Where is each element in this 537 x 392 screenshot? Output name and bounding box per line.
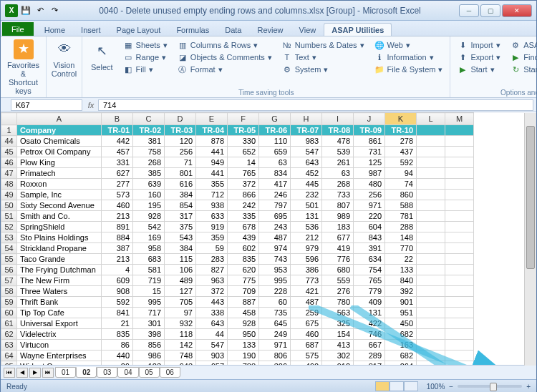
cell[interactable] — [445, 297, 474, 308]
cell[interactable]: 928 — [133, 211, 165, 222]
cell[interactable]: Virtucon — [17, 340, 102, 351]
cell[interactable]: 951 — [385, 308, 417, 318]
row-header[interactable]: 45 — [1, 147, 17, 157]
row-header[interactable]: 58 — [1, 286, 17, 297]
cell[interactable]: 995 — [133, 297, 165, 308]
cell[interactable]: 381 — [133, 136, 165, 147]
cell[interactable]: 437 — [385, 147, 417, 157]
row-header[interactable]: 1 — [1, 125, 17, 136]
cell[interactable] — [445, 340, 474, 351]
cell[interactable]: 645 — [259, 318, 291, 329]
row-header[interactable]: 48 — [1, 179, 17, 190]
cell[interactable]: 398 — [133, 329, 165, 340]
cell[interactable]: 928 — [228, 318, 259, 329]
cell[interactable]: 588 — [385, 200, 417, 211]
select-button[interactable]: ↖ Select — [87, 38, 117, 75]
cell[interactable]: 441 — [196, 147, 228, 157]
row-header[interactable]: 54 — [1, 243, 17, 254]
cell[interactable]: 123 — [133, 361, 165, 366]
header-cell[interactable]: TR-09 — [354, 125, 385, 136]
row-header[interactable]: 59 — [1, 297, 17, 308]
cell[interactable]: 950 — [228, 329, 259, 340]
ribbon-tab-home[interactable]: Home — [37, 23, 73, 36]
name-box[interactable] — [11, 99, 82, 111]
cell[interactable]: The Frying Dutchman — [17, 265, 102, 275]
cell[interactable] — [417, 190, 445, 200]
cell[interactable]: 44 — [196, 329, 228, 340]
cell[interactable]: 212 — [291, 232, 322, 243]
row-header[interactable]: 49 — [1, 190, 17, 200]
cell[interactable]: 384 — [165, 243, 196, 254]
ribbon-tab-file[interactable]: File — [2, 22, 34, 36]
zoom-in-button[interactable]: + — [526, 383, 531, 391]
cell[interactable]: 195 — [133, 200, 165, 211]
cell[interactable]: 386 — [291, 265, 322, 275]
col-header[interactable]: I — [322, 113, 354, 125]
cell[interactable]: 325 — [322, 318, 354, 329]
cell[interactable] — [445, 136, 474, 147]
cell[interactable]: 131 — [291, 211, 322, 222]
cell[interactable]: Primatech — [17, 168, 102, 179]
cell[interactable]: 160 — [133, 190, 165, 200]
cell[interactable]: 480 — [354, 179, 385, 190]
cell[interactable]: 131 — [354, 308, 385, 318]
ribbon-tab-view[interactable]: View — [291, 23, 324, 36]
cell[interactable]: 133 — [385, 265, 417, 275]
cell[interactable]: 413 — [322, 340, 354, 351]
cell[interactable] — [417, 275, 445, 286]
cell[interactable]: 220 — [354, 211, 385, 222]
cell[interactable]: 335 — [228, 211, 259, 222]
cell[interactable]: 338 — [196, 308, 228, 318]
cell[interactable]: 22 — [385, 254, 417, 265]
cell[interactable]: 779 — [354, 286, 385, 297]
cell[interactable]: 901 — [385, 297, 417, 308]
cell[interactable]: 887 — [228, 297, 259, 308]
cell[interactable]: 487 — [259, 232, 291, 243]
cell[interactable]: Tip Top Cafe — [17, 308, 102, 318]
col-header[interactable]: L — [417, 113, 445, 125]
cell[interactable] — [417, 297, 445, 308]
cell[interactable]: 289 — [354, 351, 385, 361]
row-header[interactable]: 60 — [1, 308, 17, 318]
cell[interactable]: 86 — [102, 340, 133, 351]
cell[interactable]: 743 — [259, 254, 291, 265]
cell[interactable] — [417, 168, 445, 179]
cell[interactable]: Universal Export — [17, 318, 102, 329]
cell[interactable]: 110 — [259, 136, 291, 147]
col-header[interactable]: A — [17, 113, 102, 125]
cell[interactable]: 797 — [259, 200, 291, 211]
cell[interactable]: 60 — [259, 297, 291, 308]
minimize-button[interactable]: ─ — [459, 4, 479, 17]
cell[interactable]: Petrox Oil Company — [17, 147, 102, 157]
cell[interactable] — [445, 232, 474, 243]
cell[interactable]: 59 — [196, 243, 228, 254]
page-break-view-button[interactable] — [404, 381, 418, 391]
cell[interactable]: 860 — [385, 190, 417, 200]
row-header[interactable]: 64 — [1, 351, 17, 361]
cell[interactable]: 385 — [133, 168, 165, 179]
cell[interactable]: 71 — [165, 157, 196, 168]
row-header[interactable]: 53 — [1, 232, 17, 243]
cell[interactable] — [445, 329, 474, 340]
cell[interactable] — [445, 222, 474, 232]
row-header[interactable]: 52 — [1, 222, 17, 232]
cell[interactable]: 884 — [102, 232, 133, 243]
cell[interactable]: 450 — [385, 318, 417, 329]
page-layout-view-button[interactable] — [390, 381, 404, 391]
header-cell[interactable]: TR-02 — [133, 125, 165, 136]
cell[interactable]: 854 — [165, 200, 196, 211]
columns-rows-button[interactable]: ▥Columns & Rows ▾ — [175, 39, 275, 51]
cell[interactable]: 543 — [165, 232, 196, 243]
cell[interactable]: 120 — [165, 136, 196, 147]
header-cell[interactable]: TR-07 — [291, 125, 322, 136]
ribbon-tab-formulas[interactable]: Formulas — [168, 23, 217, 36]
vision-control-button[interactable]: 👁 Vision Control — [51, 38, 77, 79]
cell[interactable]: 169 — [133, 232, 165, 243]
cell[interactable]: 609 — [102, 275, 133, 286]
cell[interactable]: 460 — [291, 361, 322, 366]
cell[interactable]: 807 — [322, 200, 354, 211]
cell[interactable] — [445, 265, 474, 275]
ribbon-tab-review[interactable]: Review — [249, 23, 291, 36]
cell[interactable]: 142 — [165, 340, 196, 351]
row-header[interactable]: 46 — [1, 157, 17, 168]
